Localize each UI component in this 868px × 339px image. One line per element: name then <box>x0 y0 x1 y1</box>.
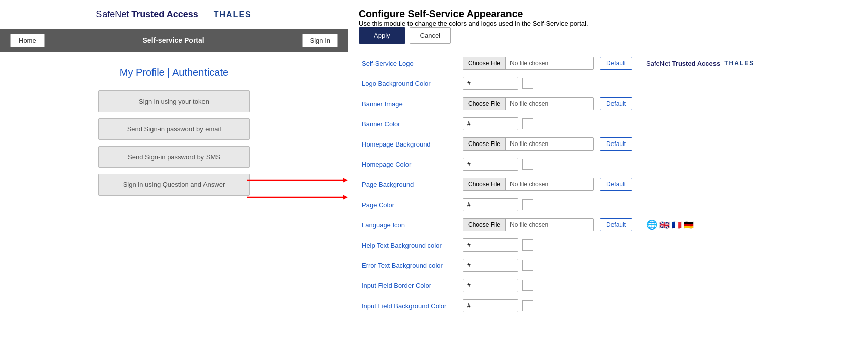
row-default-cell <box>597 235 642 255</box>
color-text-field[interactable] <box>463 299 518 312</box>
preview-brand-text: SafeNet Trusted Access <box>646 60 720 67</box>
default-button[interactable]: Default <box>600 178 632 191</box>
row-preview-cell <box>642 114 858 134</box>
row-default-cell <box>597 275 642 296</box>
row-label: Banner Image <box>359 93 459 114</box>
fr-flag-icon: 🇫🇷 <box>672 220 682 230</box>
color-swatch[interactable] <box>522 159 533 170</box>
row-input-cell <box>459 195 597 215</box>
color-text-field[interactable] <box>463 238 518 252</box>
file-chosen-text: No file chosen <box>506 138 593 150</box>
color-text-field[interactable] <box>463 198 518 211</box>
globe-icon: 🌐 <box>646 219 657 230</box>
row-input-cell: Choose FileNo file chosen <box>459 53 597 73</box>
color-input-wrapper <box>463 198 594 211</box>
table-row: Input Field Border Color <box>359 275 858 296</box>
table-row: Logo Background Color <box>359 73 858 93</box>
row-preview-cell <box>642 296 858 316</box>
signin-sms-button[interactable]: Send Sign-in password by SMS <box>98 146 250 168</box>
signin-email-button[interactable]: Send Sign-in password by email <box>98 118 250 140</box>
row-preview-cell <box>642 255 858 275</box>
default-button[interactable]: Default <box>600 218 632 231</box>
de-flag-icon: 🇩🇪 <box>684 220 694 230</box>
row-default-cell <box>597 255 642 275</box>
row-default-cell <box>597 114 642 134</box>
color-text-field[interactable] <box>463 279 518 292</box>
signin-qa-button[interactable]: Sign in using Question and Answer <box>98 174 250 196</box>
default-button[interactable]: Default <box>600 57 632 70</box>
row-input-cell <box>459 73 597 93</box>
settings-table: Self-Service LogoChoose FileNo file chos… <box>359 53 858 316</box>
color-text-field[interactable] <box>463 158 518 171</box>
table-row: Language IconChoose FileNo file chosenDe… <box>359 215 858 235</box>
color-swatch[interactable] <box>522 239 533 251</box>
file-chosen-text: No file chosen <box>506 219 593 231</box>
authenticate-link[interactable]: Authenticate <box>172 67 228 78</box>
language-icons: 🌐 🇬🇧 🇫🇷 🇩🇪 <box>646 219 855 230</box>
table-row: Error Text Background color <box>359 255 858 275</box>
portal-title: Self-service Portal <box>143 36 205 44</box>
signin-token-button[interactable]: Sign in using your token <box>98 90 250 112</box>
choose-file-button[interactable]: Choose File <box>463 178 506 190</box>
left-content: My Profile | Authenticate Sign in using … <box>0 52 348 339</box>
row-input-cell <box>459 235 597 255</box>
color-swatch[interactable] <box>522 199 533 210</box>
row-default-cell <box>597 154 642 174</box>
nav-bar: Home Self-service Portal Sign In <box>0 29 348 52</box>
apply-button[interactable]: Apply <box>359 27 405 44</box>
row-default-cell <box>597 73 642 93</box>
row-input-cell <box>459 275 597 296</box>
home-button[interactable]: Home <box>10 34 45 47</box>
row-label: Language Icon <box>359 215 459 235</box>
color-swatch[interactable] <box>522 280 533 291</box>
right-panel: Configure Self-Service Appearance Use th… <box>348 0 868 339</box>
choose-file-button[interactable]: Choose File <box>463 138 506 150</box>
file-input-wrapper: Choose FileNo file chosen <box>463 57 594 70</box>
row-input-cell <box>459 255 597 275</box>
color-input-wrapper <box>463 299 594 312</box>
uk-flag-icon: 🇬🇧 <box>659 220 670 230</box>
file-chosen-text: No file chosen <box>506 57 593 69</box>
color-text-field[interactable] <box>463 259 518 272</box>
table-row: Self-Service LogoChoose FileNo file chos… <box>359 53 858 73</box>
color-swatch[interactable] <box>522 78 533 89</box>
file-input-wrapper: Choose FileNo file chosen <box>463 97 594 110</box>
file-input-wrapper: Choose FileNo file chosen <box>463 218 594 231</box>
thales-logo: THALES <box>214 10 252 19</box>
row-input-cell: Choose FileNo file chosen <box>459 174 597 195</box>
table-row: Banner Color <box>359 114 858 134</box>
row-label: Error Text Background color <box>359 255 459 275</box>
row-input-cell <box>459 296 597 316</box>
top-header: SafeNet Trusted Access THALES <box>0 0 348 29</box>
row-preview-cell: SafeNet Trusted Access THALES <box>642 53 858 73</box>
color-text-field[interactable] <box>463 117 518 130</box>
choose-file-button[interactable]: Choose File <box>463 219 506 231</box>
row-preview-cell: 🌐 🇬🇧 🇫🇷 🇩🇪 <box>642 215 858 235</box>
row-default-cell <box>597 296 642 316</box>
color-swatch[interactable] <box>522 118 533 129</box>
row-input-cell: Choose FileNo file chosen <box>459 215 597 235</box>
table-row: Banner ImageChoose FileNo file chosenDef… <box>359 93 858 114</box>
file-input-wrapper: Choose FileNo file chosen <box>463 137 594 151</box>
cancel-button[interactable]: Cancel <box>410 27 451 44</box>
row-label: Banner Color <box>359 114 459 134</box>
signin-button[interactable]: Sign In <box>302 34 338 47</box>
row-default-cell: Default <box>597 215 642 235</box>
color-input-wrapper <box>463 279 594 292</box>
choose-file-button[interactable]: Choose File <box>463 57 506 69</box>
color-swatch[interactable] <box>522 260 533 271</box>
color-text-field[interactable] <box>463 77 518 90</box>
table-row: Page Color <box>359 195 858 215</box>
table-row: Page BackgroundChoose FileNo file chosen… <box>359 174 858 195</box>
row-label: Logo Background Color <box>359 73 459 93</box>
default-button[interactable]: Default <box>600 137 632 151</box>
table-row: Homepage BackgroundChoose FileNo file ch… <box>359 134 858 154</box>
profile-title: My Profile | Authenticate <box>120 67 228 78</box>
choose-file-button[interactable]: Choose File <box>463 98 506 110</box>
color-swatch[interactable] <box>522 300 533 311</box>
brand-text: SafeNet <box>96 9 129 19</box>
action-buttons: Apply Cancel <box>359 27 858 44</box>
row-label: Help Text Background color <box>359 235 459 255</box>
row-preview-cell <box>642 174 858 195</box>
default-button[interactable]: Default <box>600 97 632 110</box>
